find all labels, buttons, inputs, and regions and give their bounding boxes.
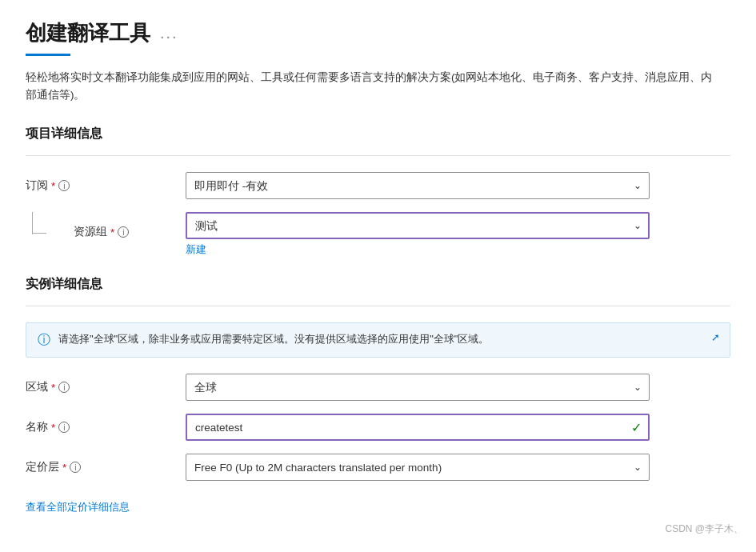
region-select-wrapper: 全球 ⌄ [186,374,650,401]
name-label-col: 名称 * i [26,414,186,434]
region-select[interactable]: 全球 [186,374,650,401]
pricing-label-text: 定价层 [26,460,59,474]
resource-group-select[interactable]: 测试 [186,212,650,239]
region-label-col: 区域 * i [26,374,186,394]
resource-group-control-col: 测试 ⌄ 新建 [186,212,650,257]
name-row: 名称 * i ✓ [26,414,730,441]
resource-group-label-text: 资源组 [74,225,107,239]
resource-group-info-icon[interactable]: i [118,226,129,238]
page-title-row: 创建翻译工具 ... [26,19,730,47]
project-section: 项目详细信息 订阅 * i 即用即付 -有效 ⌄ 资源组 [26,126,730,257]
info-box-external-link-icon[interactable]: ➚ [711,331,720,343]
resource-group-new-link[interactable]: 新建 [186,242,206,257]
name-control-col: ✓ [186,414,650,441]
subscription-control-col: 即用即付 -有效 ⌄ [186,172,650,199]
subscription-info-icon[interactable]: i [58,180,70,191]
subscription-label-text: 订阅 [26,178,48,193]
instance-info-box: ⓘ 请选择"全球"区域，除非业务或应用需要特定区域。没有提供区域选择的应用使用"… [26,322,730,358]
page-description: 轻松地将实时文本翻译功能集成到应用的网站、工具或任何需要多语言支持的解决方案(如… [26,69,714,103]
subscription-row: 订阅 * i 即用即付 -有效 ⌄ [26,172,730,199]
pricing-info-icon[interactable]: i [70,462,81,473]
name-check-icon: ✓ [631,420,642,435]
pricing-label-col: 定价层 * i [26,454,186,474]
resource-group-label: 资源组 * i [74,218,186,239]
resource-group-required: * [110,226,114,238]
sub-indent [26,218,74,225]
region-control-col: 全球 ⌄ [186,374,650,401]
name-info-icon[interactable]: i [58,422,70,433]
resource-group-select-wrapper: 测试 ⌄ [186,212,650,239]
instance-divider [26,306,730,306]
pricing-label: 定价层 * i [26,460,186,474]
name-label-text: 名称 [26,420,48,434]
region-label: 区域 * i [26,380,186,394]
pricing-required: * [62,462,66,474]
name-input[interactable] [186,414,650,441]
watermark: CSDN @李子木、 [665,522,743,536]
pricing-row: 定价层 * i Free F0 (Up to 2M characters tra… [26,454,730,481]
subscription-required: * [51,180,55,192]
resource-group-label-col: 资源组 * i [26,212,186,239]
subscription-select-wrapper: 即用即付 -有效 ⌄ [186,172,650,199]
region-info-icon[interactable]: i [58,382,70,393]
pricing-select[interactable]: Free F0 (Up to 2M characters translated … [186,454,650,481]
pricing-select-wrapper: Free F0 (Up to 2M characters translated … [186,454,650,481]
subscription-select[interactable]: 即用即付 -有效 [186,172,650,199]
title-underline [26,54,70,56]
subscription-label: 订阅 * i [26,178,186,193]
region-required: * [51,382,55,394]
name-required: * [51,422,55,434]
project-divider [26,155,730,156]
info-box-icon: ⓘ [38,332,50,349]
project-section-title: 项目详细信息 [26,126,730,142]
info-box-text: 请选择"全球"区域，除非业务或应用需要特定区域。没有提供区域选择的应用使用"全球… [58,331,718,347]
title-dots: ... [160,24,178,42]
region-label-text: 区域 [26,380,48,394]
page-title: 创建翻译工具 [26,19,150,47]
instance-section-title: 实例详细信息 [26,276,730,293]
instance-section: 实例详细信息 ⓘ 请选择"全球"区域，除非业务或应用需要特定区域。没有提供区域选… [26,276,730,481]
subscription-label-col: 订阅 * i [26,172,186,193]
resource-group-row: 资源组 * i 测试 ⌄ 新建 [26,212,730,257]
name-input-wrapper: ✓ [186,414,650,441]
pricing-control-col: Free F0 (Up to 2M characters translated … [186,454,650,481]
name-label: 名称 * i [26,420,186,434]
region-row: 区域 * i 全球 ⌄ [26,374,730,401]
pricing-detail-link[interactable]: 查看全部定价详细信息 [26,501,130,513]
